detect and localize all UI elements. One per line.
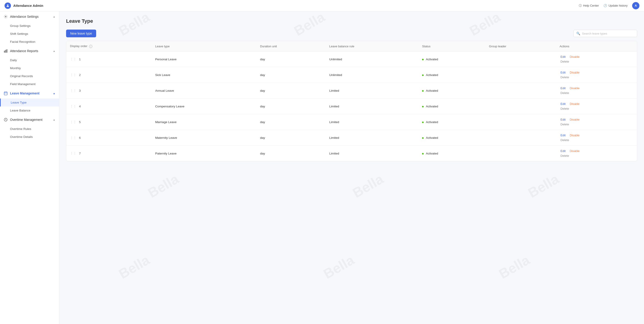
update-history-link[interactable]: 🕐 Update history bbox=[604, 4, 628, 7]
actions-wrap: Edit Disable Delete bbox=[560, 70, 633, 79]
cell-leave-type-4: Compensatory Leave bbox=[152, 99, 256, 114]
disable-button[interactable]: Disable bbox=[569, 149, 580, 153]
disable-button[interactable]: Disable bbox=[569, 86, 580, 90]
svg-point-0 bbox=[7, 4, 8, 5]
delete-button[interactable]: Delete bbox=[560, 59, 633, 64]
gear-icon bbox=[4, 14, 8, 19]
help-center-link[interactable]: ⓘ Help Center bbox=[579, 4, 599, 8]
sidebar-item-original-records[interactable]: Original Records bbox=[0, 72, 59, 80]
actions-top: Edit Disable bbox=[560, 133, 633, 138]
sidebar-item-leave-type[interactable]: Leave Type bbox=[0, 99, 59, 107]
drag-handle[interactable]: ⋮⋮ bbox=[70, 73, 76, 77]
sidebar-header-leave-management[interactable]: Leave Management ▲ bbox=[0, 88, 59, 99]
cell-duration-3: day bbox=[256, 83, 326, 99]
sidebar-label-leave-management: Leave Management bbox=[10, 91, 40, 95]
cell-order-7: ⋮⋮ 7 bbox=[66, 146, 152, 161]
sidebar-header-overtime-management[interactable]: Overtime Management ▲ bbox=[0, 114, 59, 125]
cell-order-5: ⋮⋮ 5 bbox=[66, 114, 152, 130]
disable-button[interactable]: Disable bbox=[569, 102, 580, 106]
cell-balance-3: Limited bbox=[326, 83, 418, 99]
status-dot bbox=[422, 74, 424, 76]
status-text: Activated bbox=[426, 89, 438, 92]
edit-button[interactable]: Edit bbox=[560, 117, 566, 122]
order-number: 5 bbox=[79, 120, 81, 124]
cell-status-2: Activated bbox=[418, 67, 486, 83]
chevron-up-icon-4: ▲ bbox=[53, 118, 56, 121]
actions-wrap: Edit Disable Delete bbox=[560, 86, 633, 95]
delete-button[interactable]: Delete bbox=[560, 107, 633, 111]
sidebar-header-attendance-reports[interactable]: Attendance Reports ▲ bbox=[0, 46, 59, 56]
order-number: 7 bbox=[79, 152, 81, 155]
new-leave-type-button[interactable]: New leave type bbox=[66, 29, 96, 37]
delete-button[interactable]: Delete bbox=[560, 75, 633, 79]
disable-button[interactable]: Disable bbox=[569, 55, 580, 59]
sidebar-item-group-settings[interactable]: Group Settings bbox=[0, 22, 59, 30]
sidebar-header-attendance-settings[interactable]: Attendance Settings ▲ bbox=[0, 11, 59, 22]
sidebar-item-overtime-details[interactable]: Overtime Details bbox=[0, 133, 59, 141]
drag-handle[interactable]: ⋮⋮ bbox=[70, 120, 76, 124]
sidebar-item-monthly[interactable]: Monthly bbox=[0, 64, 59, 72]
edit-button[interactable]: Edit bbox=[560, 133, 566, 138]
sidebar-item-shift-settings[interactable]: Shift Settings bbox=[0, 30, 59, 38]
svg-rect-5 bbox=[4, 92, 7, 95]
cell-actions-6: Edit Disable Delete bbox=[556, 130, 637, 146]
drag-handle[interactable]: ⋮⋮ bbox=[70, 57, 76, 61]
edit-button[interactable]: Edit bbox=[560, 102, 566, 106]
info-icon: i bbox=[89, 45, 92, 48]
drag-handle[interactable]: ⋮⋮ bbox=[70, 89, 76, 92]
cell-order-2: ⋮⋮ 2 bbox=[66, 67, 152, 83]
table-header-row: Display order i Leave type Duration unit… bbox=[66, 41, 637, 51]
table-row: ⋮⋮ 6 Maternity Leave day Limited Activat… bbox=[66, 130, 637, 146]
drag-handle[interactable]: ⋮⋮ bbox=[70, 136, 76, 140]
edit-button[interactable]: Edit bbox=[560, 149, 566, 153]
app-title: Attendance Admin bbox=[13, 4, 43, 7]
cell-order-4: ⋮⋮ 4 bbox=[66, 99, 152, 114]
table-row: ⋮⋮ 7 Paternity Leave day Limited Activat… bbox=[66, 146, 637, 161]
actions-wrap: Edit Disable Delete bbox=[560, 117, 633, 127]
delete-button[interactable]: Delete bbox=[560, 122, 633, 127]
delete-button[interactable]: Delete bbox=[560, 138, 633, 142]
drag-handle[interactable]: ⋮⋮ bbox=[70, 152, 76, 155]
delete-button[interactable]: Delete bbox=[560, 154, 633, 158]
sidebar-item-field-management[interactable]: Field Management bbox=[0, 80, 59, 88]
sidebar-section-overtime-management: Overtime Management ▲ Overtime Rules Ove… bbox=[0, 114, 59, 141]
clock-icon bbox=[4, 118, 8, 122]
chevron-up-icon-3: ▲ bbox=[53, 92, 56, 95]
disable-button[interactable]: Disable bbox=[569, 117, 580, 122]
sidebar-item-leave-balance[interactable]: Leave Balance bbox=[0, 107, 59, 114]
search-input[interactable] bbox=[582, 32, 634, 35]
cell-group-leader-2 bbox=[486, 67, 556, 83]
edit-button[interactable]: Edit bbox=[560, 86, 566, 90]
sidebar-item-daily[interactable]: Daily bbox=[0, 56, 59, 64]
cell-balance-4: Limited bbox=[326, 99, 418, 114]
sidebar-section-attendance-reports: Attendance Reports ▲ Daily Monthly Origi… bbox=[0, 46, 59, 88]
status-dot bbox=[422, 59, 424, 60]
drag-handle[interactable]: ⋮⋮ bbox=[70, 104, 76, 108]
cell-order-3: ⋮⋮ 3 bbox=[66, 83, 152, 99]
page-title: Leave Type bbox=[66, 18, 637, 24]
search-icon: 🔍 bbox=[576, 32, 580, 35]
cell-duration-6: day bbox=[256, 130, 326, 146]
status-dot bbox=[422, 137, 424, 139]
chevron-up-icon-2: ▲ bbox=[53, 50, 56, 52]
actions-wrap: Edit Disable Delete bbox=[560, 149, 633, 158]
cell-status-1: Activated bbox=[418, 51, 486, 67]
cell-duration-4: day bbox=[256, 99, 326, 114]
cell-balance-6: Limited bbox=[326, 130, 418, 146]
sidebar-item-overtime-rules[interactable]: Overtime Rules bbox=[0, 125, 59, 133]
edit-button[interactable]: Edit bbox=[560, 70, 566, 75]
avatar[interactable]: A bbox=[632, 2, 640, 9]
disable-button[interactable]: Disable bbox=[569, 70, 580, 75]
sidebar-item-facial-recognition[interactable]: Facial Recognition bbox=[0, 38, 59, 46]
disable-button[interactable]: Disable bbox=[569, 133, 580, 138]
actions-top: Edit Disable bbox=[560, 70, 633, 75]
help-icon: ⓘ bbox=[579, 4, 582, 8]
col-duration-unit: Duration unit bbox=[256, 41, 326, 51]
svg-rect-4 bbox=[6, 50, 7, 52]
delete-button[interactable]: Delete bbox=[560, 91, 633, 95]
sidebar: Attendance Settings ▲ Group Settings Shi… bbox=[0, 11, 59, 324]
cell-balance-1: Unlimited bbox=[326, 51, 418, 67]
cell-order-1: ⋮⋮ 1 bbox=[66, 51, 152, 67]
edit-button[interactable]: Edit bbox=[560, 55, 566, 59]
cell-leave-type-6: Maternity Leave bbox=[152, 130, 256, 146]
